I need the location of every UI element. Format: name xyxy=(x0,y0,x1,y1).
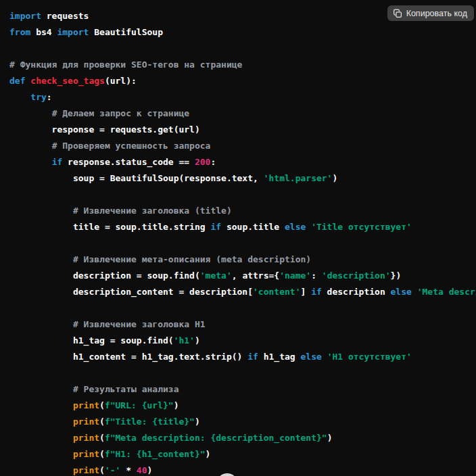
code-line: description = soup.find('meta', attrs={'… xyxy=(9,268,476,284)
code-content: import requestsfrom bs4 import Beautiful… xyxy=(0,0,476,476)
code-line: try: xyxy=(9,89,476,105)
code-line: description_content = description['conte… xyxy=(9,284,476,300)
code-line: # Делаем запрос к странице xyxy=(9,105,476,122)
code-line: # Результаты анализа xyxy=(9,381,476,398)
code-line: if response.status_code == 200: xyxy=(9,154,476,170)
code-line: print(f"H1: {h1_content}") xyxy=(9,446,476,462)
code-line: h1_tag = soup.find('h1') xyxy=(9,333,476,349)
code-line: # Извлечение заголовка (title) xyxy=(9,203,476,219)
code-line: soup = BeautifulSoup(response.text, 'htm… xyxy=(9,170,476,187)
code-line: print(f"Title: {title}") xyxy=(9,414,476,430)
code-line: response = requests.get(url) xyxy=(9,122,476,138)
code-line: from bs4 import BeautifulSoup xyxy=(9,24,476,41)
code-line: # Извлечение мета-описания (meta descrip… xyxy=(9,252,476,268)
code-line: print(f"URL: {url}") xyxy=(9,398,476,414)
copy-code-button[interactable]: Копировать код xyxy=(387,5,474,21)
copy-icon xyxy=(393,9,402,18)
code-line: print(f"Meta description: {description_c… xyxy=(9,430,476,446)
copy-code-label: Копировать код xyxy=(406,9,467,18)
code-line xyxy=(9,300,476,316)
code-line xyxy=(9,187,476,203)
code-line xyxy=(9,365,476,381)
code-line: def check_seo_tags(url): xyxy=(9,73,476,89)
code-line: title = soup.title.string if soup.title … xyxy=(9,219,476,235)
code-line: h1_content = h1_tag.text.strip() if h1_t… xyxy=(9,349,476,365)
code-line: # Проверяем успешность запроса xyxy=(9,138,476,154)
code-line: print('-' * 40) xyxy=(9,462,476,476)
code-line xyxy=(9,41,476,57)
code-line: # Извлечение заголовка H1 xyxy=(9,316,476,333)
code-line: # Функция для проверки SEO-тегов на стра… xyxy=(9,57,476,73)
code-block: import requestsfrom bs4 import Beautiful… xyxy=(0,0,476,476)
code-line xyxy=(9,235,476,252)
